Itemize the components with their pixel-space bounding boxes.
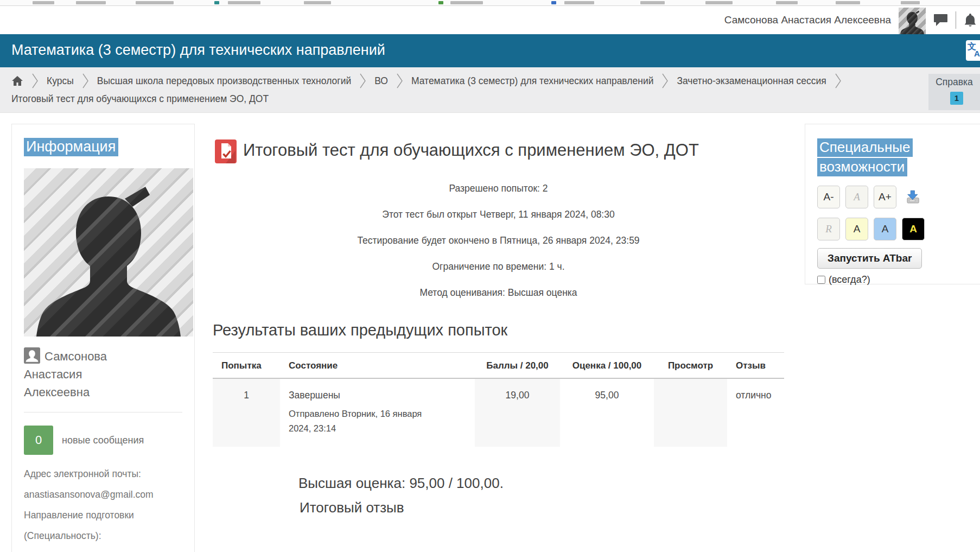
save-settings-icon[interactable] <box>902 186 925 208</box>
notifications-bell-icon[interactable] <box>964 13 977 28</box>
person-icon <box>24 347 40 364</box>
course-header-bar: Математика (3 семестр) для технических н… <box>0 34 980 67</box>
quiz-icon <box>215 139 237 170</box>
chevron-icon <box>396 73 403 89</box>
quiz-close-date: Тестирование будет окончено в Пятница, 2… <box>213 235 784 246</box>
quiz-attempts-allowed: Разрешено попыток: 2 <box>213 183 784 194</box>
scheme-blue-button[interactable]: A <box>874 218 896 240</box>
messages-label: новые сообщения <box>62 435 144 446</box>
cell-grade: 95,00 <box>560 378 654 447</box>
breadcrumb-session[interactable]: Зачетно-экзаменационная сессия <box>677 75 826 87</box>
col-review: Просмотр <box>654 353 727 379</box>
sidebar-divider <box>24 412 182 413</box>
email-value: anastiasansonova@gmail.com <box>24 484 194 505</box>
atbar-always-label: (всегда?) <box>829 274 870 285</box>
translate-icon[interactable]: 文 A <box>966 40 980 61</box>
home-icon[interactable] <box>11 75 23 86</box>
quiz-open-date: Этот тест был открыт Четверг, 11 января … <box>213 209 784 220</box>
launch-atbar-button[interactable]: Запустить ATbar <box>817 248 922 269</box>
speciality-label-1: Направление подготовки <box>24 505 194 525</box>
breadcrumb: Курсы Высшая школа передовых производств… <box>0 67 980 113</box>
chevron-icon <box>359 73 366 89</box>
color-scheme-buttons: R A A A <box>817 218 980 240</box>
chevron-icon <box>82 73 89 89</box>
table-row: 1 Завершены Отправлено Вторник, 16 январ… <box>213 378 784 447</box>
breadcrumb-vo[interactable]: ВО <box>374 75 388 87</box>
profile-photo <box>24 168 193 337</box>
messages-row[interactable]: 0 новые сообщения <box>24 426 194 455</box>
accessibility-panel: Специальные возможности A- A A+ R A A A … <box>805 124 980 284</box>
col-points: Баллы / 20,00 <box>475 353 560 379</box>
scheme-reset-button[interactable]: R <box>817 218 840 240</box>
top-user-name[interactable]: Самсонова Анастасия Алексеевна <box>724 14 891 26</box>
cell-review <box>654 378 727 447</box>
accessibility-title: Специальные возможности <box>817 137 980 176</box>
cell-feedback: отлично <box>727 378 784 447</box>
browser-bookmarks-sliver <box>0 0 980 6</box>
sidebar-details: Адрес электронной почты: anastiasansonov… <box>24 464 194 552</box>
results-heading: Результаты ваших предыдущих попыток <box>213 321 784 339</box>
cell-state: Завершены Отправлено Вторник, 16 января … <box>280 378 475 447</box>
study-form-label: Форма обучения: <box>24 546 194 552</box>
help-label[interactable]: Справка <box>928 77 980 88</box>
quiz-title: Итоговый тест для обучающихся с применен… <box>213 138 784 162</box>
messages-count-badge: 0 <box>24 426 53 455</box>
font-default-button[interactable]: A <box>845 186 868 208</box>
state-detail: Отправлено Вторник, 16 января 2024, 23:1… <box>289 407 441 436</box>
messages-icon[interactable] <box>933 14 948 27</box>
font-size-buttons: A- A A+ <box>817 186 980 208</box>
top-header: Самсонова Анастасия Алексеевна <box>0 6 980 34</box>
chevron-icon <box>661 73 669 89</box>
header-divider <box>956 11 956 29</box>
col-state: Состояние <box>280 353 475 379</box>
state-value: Завершены <box>289 390 340 401</box>
table-header-row: Попытка Состояние Баллы / 20,00 Оценка /… <box>213 353 784 379</box>
main-content: Итоговый тест для обучающихся с применен… <box>213 124 784 516</box>
course-title: Математика (3 семестр) для технических н… <box>11 42 385 59</box>
speciality-label-2: (Специальность): <box>24 525 194 546</box>
atbar-always-row: (всегда?) <box>817 274 980 285</box>
font-increase-button[interactable]: A+ <box>874 186 896 208</box>
col-attempt: Попытка <box>213 353 280 379</box>
scheme-contrast-button[interactable]: A <box>902 218 925 240</box>
email-label: Адрес электронной почты: <box>24 464 194 484</box>
chevron-icon <box>835 73 842 89</box>
user-avatar[interactable] <box>899 8 926 35</box>
page: Самсонова Анастасия Алексеевна <box>0 0 980 552</box>
atbar-always-checkbox[interactable] <box>817 276 825 284</box>
quiz-grading-method: Метод оценивания: Высшая оценка <box>213 287 784 299</box>
cell-points: 19,00 <box>475 378 560 447</box>
col-feedback: Отзыв <box>727 353 784 379</box>
sidebar-title: Информация <box>24 138 194 155</box>
breadcrumb-school[interactable]: Высшая школа передовых производственных … <box>97 75 351 87</box>
cell-attempt: 1 <box>213 378 280 447</box>
breadcrumb-courses[interactable]: Курсы <box>47 75 74 87</box>
help-badge: 1 <box>950 92 963 105</box>
col-grade: Оценка / 100,00 <box>560 353 654 379</box>
font-decrease-button[interactable]: A- <box>817 186 840 208</box>
quiz-time-limit: Ограничение по времени: 1 ч. <box>213 261 784 272</box>
help-button[interactable]: Справка 1 <box>928 74 980 110</box>
scheme-yellow-button[interactable]: A <box>845 218 868 240</box>
breadcrumb-course[interactable]: Математика (3 семестр) для технических н… <box>411 75 654 87</box>
quiz-info: Разрешено попыток: 2 Этот тест был откры… <box>213 183 784 299</box>
final-grade: Высшая оценка: 95,00 / 100,00. <box>298 475 784 492</box>
final-feedback-label: Итоговый отзыв <box>300 499 784 516</box>
chevron-icon <box>31 73 39 89</box>
breadcrumb-current: Итоговый тест для обучающихся с применен… <box>11 93 269 105</box>
attempts-table: Попытка Состояние Баллы / 20,00 Оценка /… <box>213 352 784 447</box>
sidebar-user: Самсонова Анастасия Алексеевна <box>24 347 141 401</box>
info-sidebar: Информация Самсонова Анастасия Алексеевн… <box>11 124 195 552</box>
